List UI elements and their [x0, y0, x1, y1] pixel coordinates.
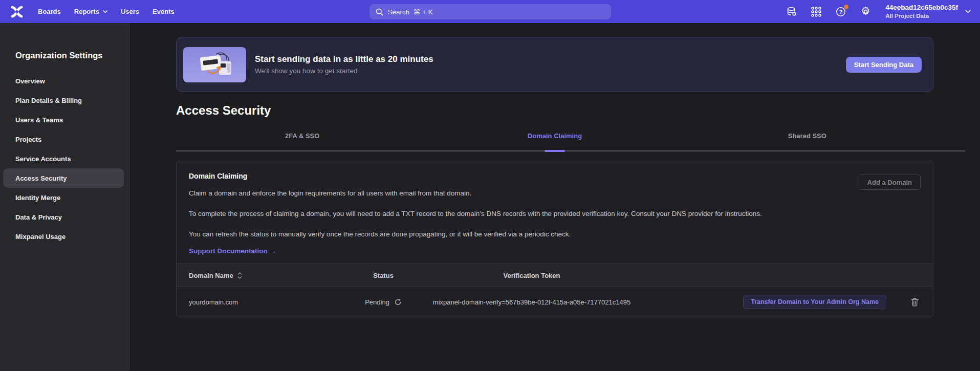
search-icon	[376, 8, 383, 16]
mixpanel-logo[interactable]	[9, 4, 25, 19]
domains-table-header: Domain Name Status Verification Token	[177, 264, 933, 287]
trash-icon	[911, 298, 919, 307]
banner-title: Start sending data in as little as 20 mi…	[255, 54, 433, 64]
primary-nav: Boards Reports Users Events	[38, 8, 175, 15]
delete-domain-button[interactable]	[910, 297, 920, 308]
global-search[interactable]	[369, 4, 611, 19]
sidebar-item-plan-details-billing[interactable]: Plan Details & Billing	[0, 91, 129, 110]
nav-item-events[interactable]: Events	[153, 8, 175, 15]
sidebar-menu: Overview Plan Details & Billing Users & …	[0, 71, 129, 246]
card-description-3: You can refresh the status to manually v…	[189, 229, 921, 239]
sidebar-item-overview[interactable]: Overview	[0, 71, 129, 91]
support-documentation-link[interactable]: Support Documentation →	[189, 247, 276, 255]
domain-name-cell: yourdomain.com	[189, 298, 342, 306]
nav-item-boards[interactable]: Boards	[38, 8, 61, 15]
search-input[interactable]	[388, 8, 605, 16]
verification-token-cell: mixpanel-domain-verify=567b39be-012f-415…	[424, 298, 639, 306]
sidebar-item-mixpanel-usage[interactable]: Mixpanel Usage	[0, 227, 129, 246]
data-management-icon[interactable]	[785, 5, 798, 18]
sidebar-item-access-security[interactable]: Access Security	[3, 168, 124, 188]
nav-item-users[interactable]: Users	[121, 8, 139, 15]
sidebar-title: Organization Settings	[0, 51, 129, 62]
card-title: Domain Claiming	[189, 172, 921, 180]
domain-table-row: yourdomain.com Pending mixpanel-domain-v…	[177, 287, 933, 317]
main-content: Start sending data in as little as 20 mi…	[129, 23, 980, 371]
nav-item-users-label: Users	[121, 8, 139, 15]
column-header-verification-token: Verification Token	[424, 272, 639, 279]
tab-divider-line	[176, 150, 965, 151]
sort-icon	[237, 272, 242, 279]
start-sending-data-button[interactable]: Start Sending Data	[846, 57, 922, 73]
sidebar-item-identity-merge[interactable]: Identity Merge	[0, 188, 129, 207]
tab-shared-sso[interactable]: Shared SSO	[681, 125, 933, 151]
active-tab-indicator	[545, 150, 565, 152]
chevron-down-icon	[965, 10, 971, 13]
notification-dot	[844, 5, 848, 9]
chevron-down-icon	[103, 10, 107, 13]
project-id: 44eebad12c65eb0c35f	[885, 4, 958, 12]
add-domain-button[interactable]: Add a Domain	[859, 174, 921, 190]
project-scope: All Project Data	[885, 12, 958, 19]
apps-grid-icon[interactable]	[810, 5, 823, 18]
column-header-status: Status	[342, 272, 424, 279]
onboarding-banner: Start sending data in as little as 20 mi…	[176, 37, 933, 92]
nav-item-events-label: Events	[153, 8, 175, 15]
nav-item-boards-label: Boards	[38, 8, 61, 15]
card-description-2: To complete the process of claiming a do…	[189, 208, 921, 219]
domain-claiming-card: Domain Claiming Claim a domain and enfor…	[176, 161, 933, 317]
tab-domain-claiming[interactable]: Domain Claiming	[428, 125, 681, 151]
access-security-tabs: 2FA & SSO Domain Claiming Shared SSO	[176, 125, 933, 151]
sidebar-item-projects[interactable]: Projects	[0, 129, 129, 149]
tab-2fa-sso[interactable]: 2FA & SSO	[176, 125, 428, 151]
status-cell: Pending	[342, 298, 424, 306]
svg-text:?: ?	[839, 9, 843, 15]
page-title: Access Security	[176, 103, 933, 118]
sidebar-item-users-teams[interactable]: Users & Teams	[0, 110, 129, 129]
project-selector[interactable]: 44eebad12c65eb0c35f All Project Data	[885, 4, 971, 19]
sidebar-item-data-privacy[interactable]: Data & Privacy	[0, 207, 129, 227]
sidebar-item-service-accounts[interactable]: Service Accounts	[0, 149, 129, 168]
banner-subtitle: We'll show you how to get started	[255, 67, 433, 75]
nav-right-cluster: ? 44eebad12c65eb0c35f All Project Data	[785, 4, 971, 19]
status-text: Pending	[365, 298, 389, 306]
banner-illustration	[183, 47, 246, 82]
transfer-domain-button[interactable]: Transfer Domain to Your Admin Org Name	[743, 295, 886, 309]
settings-gear-icon[interactable]	[859, 5, 872, 18]
top-nav: Boards Reports Users Events	[0, 0, 980, 23]
help-icon[interactable]: ?	[834, 5, 847, 18]
refresh-icon[interactable]	[394, 298, 402, 306]
nav-item-reports[interactable]: Reports	[74, 8, 107, 15]
settings-sidebar: Organization Settings Overview Plan Deta…	[0, 23, 129, 371]
card-description-1: Claim a domain and enforce the login req…	[189, 188, 921, 199]
column-header-domain-name[interactable]: Domain Name	[189, 272, 342, 279]
nav-item-reports-label: Reports	[74, 8, 99, 15]
